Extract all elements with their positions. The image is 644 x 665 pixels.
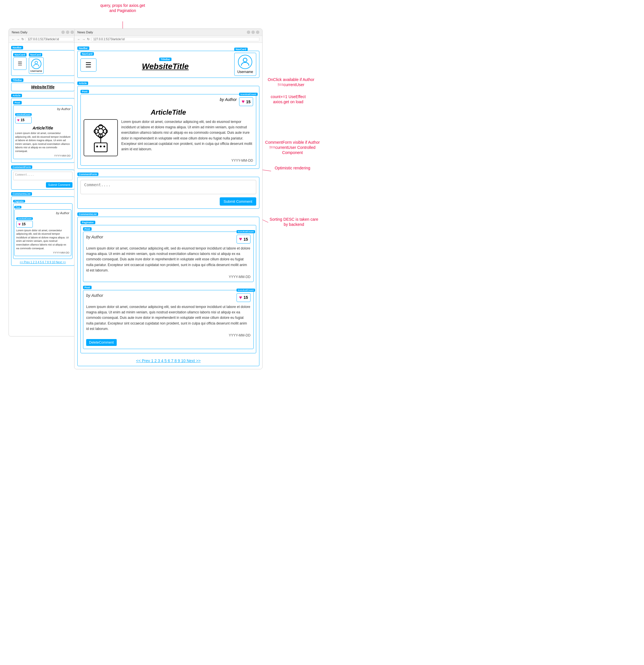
large-navbar-badge: NavBar bbox=[77, 46, 89, 50]
annotation-query-props: query, props for axios.get and Paginatio… bbox=[97, 3, 148, 13]
annotation-onclick: OnClick available if Author !==currentUs… bbox=[262, 77, 319, 87]
small-comment-icon-count[interactable]: ♥ 15 bbox=[16, 221, 33, 228]
small-dot-2 bbox=[66, 31, 69, 34]
large-navcard-hamburger[interactable]: ☰ bbox=[80, 58, 96, 72]
small-navbar-wrapper: NavBar NavCard ☰ NavCard bbox=[11, 45, 74, 76]
small-article-wrapper: Article Post by Author IconAndCount ♥ bbox=[11, 93, 74, 163]
small-navcard2-badge: NavCard bbox=[29, 53, 42, 56]
small-browser-controls bbox=[61, 31, 74, 34]
small-icon-count-badge: IconAndCount bbox=[15, 113, 32, 116]
large-comment2-icon-badge: IconAndCount bbox=[237, 289, 255, 292]
small-comment-post-badge: Post bbox=[14, 206, 21, 208]
small-avatar bbox=[31, 59, 41, 69]
large-comment2-count: 15 bbox=[243, 295, 248, 300]
svg-point-20 bbox=[100, 146, 101, 147]
large-titlebar-badge: TitleBar bbox=[159, 58, 171, 61]
small-heart-icon[interactable]: ♥ bbox=[17, 118, 19, 122]
large-article-title: ArticleTitle bbox=[84, 108, 253, 116]
large-comments-list-badge: CommentsList bbox=[77, 212, 98, 216]
small-submit-comment-btn[interactable]: Submit Comment bbox=[46, 182, 72, 188]
large-delete-comment-btn[interactable]: DeleteComment bbox=[86, 339, 117, 346]
small-username-label: Username bbox=[30, 70, 42, 72]
small-forward-btn[interactable]: → bbox=[17, 38, 20, 41]
large-count: 15 bbox=[246, 99, 251, 104]
svg-point-18 bbox=[98, 129, 103, 134]
large-navcard-right-wrapper: NavCard Username bbox=[234, 53, 256, 76]
large-window-content: NavBar NavCard ☰ TitleBar WebsiteTitle bbox=[74, 43, 262, 369]
large-comment1-icon-count[interactable]: ♥ 15 bbox=[237, 235, 251, 244]
small-navcard2[interactable]: Username bbox=[29, 57, 44, 74]
large-comment-input[interactable] bbox=[80, 180, 256, 194]
large-refresh-btn[interactable]: ↻ bbox=[87, 37, 90, 41]
large-comment2: by Author IconAndCount ♥ 15 bbox=[83, 290, 254, 349]
small-icon-and-count[interactable]: ♥ 15 bbox=[15, 117, 32, 124]
large-navbar-wrapper: NavBar NavCard ☰ TitleBar WebsiteTitle bbox=[77, 45, 259, 78]
large-comments-list-wrapper: CommentsList Paginator Post by Author bbox=[77, 212, 259, 366]
small-article-title: ArticleTitle bbox=[15, 126, 71, 130]
small-paginator-wrapper: Paginator Post by Author IconAndCount bbox=[13, 198, 72, 259]
large-browser-controls bbox=[247, 31, 259, 34]
large-comment1-date: YYYY-MM-DD bbox=[86, 275, 251, 279]
small-comment-input[interactable]: Comment.... bbox=[13, 172, 72, 180]
large-navcard-left-badge: NavCard bbox=[80, 52, 94, 56]
small-comment-count: 15 bbox=[22, 222, 25, 226]
small-website-title: WebsiteTitle bbox=[13, 85, 72, 89]
small-hamburger-icon[interactable]: ☰ bbox=[16, 59, 24, 69]
large-navcard-left-wrapper: NavCard ☰ bbox=[80, 57, 96, 72]
large-by-author: by Author bbox=[220, 97, 237, 102]
large-website-title: WebsiteTitle bbox=[142, 62, 189, 71]
annotation-comment-form: CommentForm visible if Author !==current… bbox=[262, 140, 323, 155]
svg-point-21 bbox=[104, 146, 105, 147]
small-navbar-inner: NavCard ☰ NavCard bbox=[13, 52, 72, 74]
large-comment1-icon-badge: IconAndCount bbox=[237, 230, 255, 233]
small-comment-heart[interactable]: ♥ bbox=[18, 222, 21, 226]
large-paginator: Post by Author IconAndCount ♥ 15 bbox=[80, 225, 256, 353]
large-article: Post by Author IconAndCount ♥ 15 bbox=[77, 86, 259, 169]
small-refresh-btn[interactable]: ↻ bbox=[21, 37, 24, 41]
large-comment1-header: by Author IconAndCount ♥ 15 bbox=[86, 235, 251, 244]
large-comment2-wrapper: Post by Author IconAndCount ♥ 15 bbox=[83, 285, 254, 349]
large-forward-btn[interactable]: → bbox=[82, 38, 85, 41]
large-comment1-lorem: Lorem ipsum dolor sit amet, consectetur … bbox=[86, 246, 251, 273]
large-icon-count-wrapper: IconAndCount ♥ 15 bbox=[239, 97, 253, 106]
small-pagination[interactable]: << Prev 1 2 3 4 5 6 7 8 9 10 Next >> bbox=[13, 261, 72, 264]
large-hamburger-icon[interactable]: ☰ bbox=[85, 61, 92, 69]
small-navcard1-badge: NavCard bbox=[13, 53, 26, 56]
small-paginator: Post by Author IconAndCount ♥ 15 bbox=[13, 203, 72, 259]
small-url-bar: 127.0.0.1:5173/article/:id bbox=[26, 37, 74, 41]
large-post-header: by Author IconAndCount ♥ 15 bbox=[84, 97, 253, 106]
small-comment-post: by Author IconAndCount ♥ 15 Lorem ips bbox=[14, 209, 71, 256]
large-submit-btn[interactable]: Submit Comment bbox=[220, 197, 256, 206]
small-dot-3 bbox=[71, 31, 74, 34]
small-post-badge: Post bbox=[13, 101, 22, 104]
small-navcard1[interactable]: ☰ bbox=[13, 57, 26, 70]
small-count: 15 bbox=[21, 118, 24, 122]
small-back-btn[interactable]: ← bbox=[12, 38, 15, 41]
large-icon-and-count[interactable]: ♥ 15 bbox=[239, 97, 253, 106]
large-comment2-heart[interactable]: ♥ bbox=[239, 294, 242, 301]
large-url-bar: 127.0.0.1:5173/article/:id bbox=[91, 37, 259, 41]
small-comment-date: YYYY-MM-DD bbox=[16, 251, 69, 254]
large-lorem-text: Lorem ipsum dolor sit amet, consectetur … bbox=[121, 119, 253, 156]
large-comments-list: Paginator Post by Author IconAndCount bbox=[77, 217, 259, 366]
large-comment1-heart[interactable]: ♥ bbox=[239, 236, 242, 242]
large-comment2-icon-count[interactable]: ♥ 15 bbox=[237, 293, 251, 302]
large-pagination[interactable]: << Prev 1 2 3 4 5 6 7 8 9 10 Next >> bbox=[80, 358, 256, 363]
small-browser-title: News Daily bbox=[12, 31, 27, 34]
large-avatar bbox=[238, 55, 252, 69]
large-browser-window: News Daily ← → ↻ 127.0.0.1:5173/article/… bbox=[74, 28, 262, 369]
annotation-count: count+=1 UseEffect axios.get on load bbox=[262, 94, 314, 104]
small-comments-list: Paginator Post by Author IconAndCount bbox=[11, 196, 74, 266]
svg-point-9 bbox=[35, 61, 37, 64]
small-icon-count-wrapper: IconAndCount ♥ 15 bbox=[15, 112, 32, 124]
large-heart-icon[interactable]: ♥ bbox=[242, 99, 245, 104]
large-back-btn[interactable]: ← bbox=[77, 38, 80, 41]
large-comment2-icon-wrapper: IconAndCount ♥ 15 bbox=[237, 293, 251, 302]
large-navcard-user[interactable]: Username bbox=[234, 53, 256, 76]
small-lorem: Lorem ipsum dolor sit amet, consectetur … bbox=[15, 131, 71, 153]
small-comment-form: Comment.... Submit Comment bbox=[11, 170, 74, 190]
small-navcard1-wrapper: NavCard ☰ bbox=[13, 52, 26, 74]
small-dot-1 bbox=[61, 31, 65, 34]
small-navcard2-wrapper: NavCard Username bbox=[29, 52, 44, 74]
large-thumbnail bbox=[84, 119, 118, 156]
